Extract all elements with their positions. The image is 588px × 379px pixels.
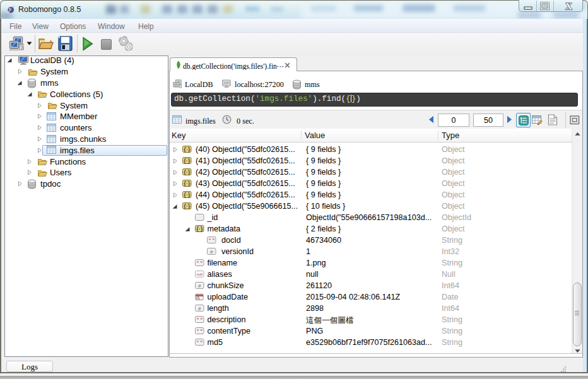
svg-text:#: # xyxy=(197,283,201,289)
svg-text:{: { xyxy=(183,158,186,165)
svg-text:{: { xyxy=(183,192,186,199)
svg-text:}: } xyxy=(187,170,191,176)
svg-text:{: { xyxy=(183,204,186,210)
svg-text:}: } xyxy=(199,226,203,233)
svg-text:{: { xyxy=(183,147,186,153)
svg-text:}: } xyxy=(187,181,191,187)
svg-text:X: X xyxy=(565,3,572,10)
svg-text:#: # xyxy=(197,306,201,312)
svg-text:#: # xyxy=(210,249,213,255)
svg-text:null: null xyxy=(196,272,203,276)
svg-text:}: } xyxy=(187,204,191,210)
svg-text:{: { xyxy=(183,170,186,176)
svg-text:{: { xyxy=(183,181,186,187)
svg-text:}: } xyxy=(187,158,191,165)
svg-text:}: } xyxy=(187,147,191,153)
svg-text:{: { xyxy=(196,226,199,233)
svg-text:}: } xyxy=(187,192,191,199)
